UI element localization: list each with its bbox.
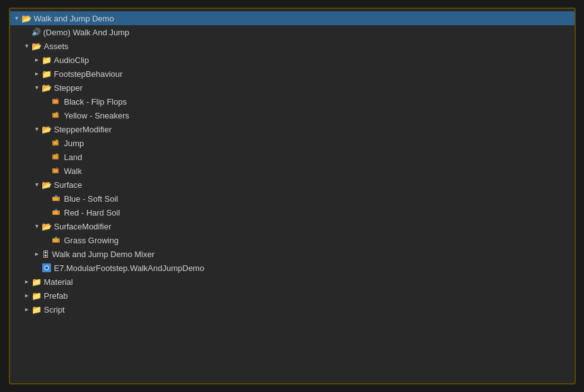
tree-item-grass-growing[interactable]: Grass Growing (10, 233, 575, 247)
tree-item-label: Walk and Jump Demo (34, 14, 114, 23)
arrow-down-icon[interactable] (13, 14, 21, 23)
tree-item-modular-footstep[interactable]: E7.ModularFootstep.WalkAndJumpDemo (10, 261, 575, 275)
scene-icon (42, 263, 52, 273)
folder-open-icon: 📂 (21, 14, 31, 23)
arrow-down-icon[interactable] (33, 222, 42, 231)
tree-item-label: Surface (54, 180, 83, 190)
tree-item-label: Assets (44, 42, 69, 51)
folder-open-icon: 📂 (42, 83, 52, 93)
arrow-right-icon[interactable] (23, 305, 31, 314)
arrow-right-icon[interactable] (33, 55, 42, 64)
tree-item-label: AudioClip (54, 55, 89, 65)
project-panel: 📂 Walk and Jump Demo 🔊 (Demo) Walk And J… (9, 8, 576, 384)
stepper-red-icon (52, 96, 62, 107)
folder-icon: 📁 (42, 55, 52, 65)
svg-rect-22 (53, 239, 58, 242)
tree-item-label: Grass Growing (64, 236, 119, 245)
tree-item-footstep[interactable]: 📁 FootstepBehaviour (10, 67, 575, 81)
surface-icon (52, 207, 62, 217)
stepper-yellow-icon (52, 110, 62, 120)
svg-rect-4 (54, 114, 57, 117)
tree-item-black-flip-flops[interactable]: Black - Flip Flops (10, 95, 575, 108)
svg-marker-11 (55, 153, 59, 155)
svg-marker-8 (55, 139, 59, 141)
tree-item-label: FootstepBehaviour (54, 69, 123, 79)
tree-item-label: Script (44, 305, 65, 314)
tree-item-stepper[interactable]: 📂 Stepper (10, 81, 575, 95)
arrow-right-icon[interactable] (33, 250, 42, 258)
tree-item-prefab[interactable]: 📁 Prefab (10, 289, 575, 303)
tree-item-jump[interactable]: Jump (10, 136, 575, 150)
tree-item-yellow-sneakers[interactable]: Yellow - Sneakers (10, 108, 575, 122)
folder-icon: 📁 (31, 277, 42, 287)
svg-rect-1 (54, 100, 57, 103)
arrow-down-icon[interactable] (33, 83, 42, 92)
tree-item-label: Blue - Soft Soil (64, 194, 118, 204)
tree-item-root[interactable]: 📂 Walk and Jump Demo (10, 11, 575, 25)
arrow-down-icon[interactable] (23, 42, 31, 50)
svg-marker-2 (55, 98, 59, 100)
tree-item-surface-modifier[interactable]: 📂 SurfaceModifier (10, 219, 575, 233)
svg-marker-5 (55, 112, 59, 113)
arrow-down-icon[interactable] (33, 180, 42, 189)
svg-marker-17 (54, 195, 58, 197)
tree-item-demo-scene[interactable]: 🔊 (Demo) Walk And Jump (10, 25, 575, 39)
tree-item-label: Red - Hard Soil (64, 208, 120, 217)
tree-item-audioclip[interactable]: 📁 AudioClip (10, 53, 575, 67)
speaker-icon: 🔊 (31, 28, 41, 37)
svg-point-26 (45, 267, 48, 269)
folder-icon: 📁 (31, 305, 42, 314)
tree-item-label: SurfaceModifier (54, 222, 112, 231)
stepper-yellow-icon (52, 138, 62, 148)
tree-item-material[interactable]: 📁 Material (10, 275, 575, 289)
arrow-right-icon[interactable] (23, 291, 31, 300)
arrow-right-icon[interactable] (33, 69, 42, 78)
svg-rect-19 (53, 211, 58, 214)
mixer-icon: 🎛 (42, 250, 50, 259)
folder-icon: 📁 (42, 69, 52, 79)
tree-item-label: E7.ModularFootstep.WalkAndJumpDemo (54, 263, 205, 273)
arrow-right-icon[interactable] (23, 277, 31, 286)
tree-item-label: Prefab (44, 291, 68, 301)
tree-item-stepper-modifier[interactable]: 📂 StepperModifier (10, 122, 575, 136)
svg-rect-13 (54, 170, 57, 172)
folder-open-icon: 📂 (31, 42, 42, 51)
tree-item-label: Material (44, 277, 73, 287)
tree-item-surface[interactable]: 📂 Surface (10, 178, 575, 192)
tree-item-label: Black - Flip Flops (64, 97, 127, 107)
grass-icon (52, 235, 62, 245)
tree-item-label: Walk (64, 166, 82, 176)
tree-item-walk[interactable]: Walk (10, 164, 575, 178)
tree-item-mixer[interactable]: 🎛 Walk and Jump Demo Mixer (10, 247, 575, 261)
svg-marker-23 (54, 236, 58, 238)
folder-icon: 📁 (31, 291, 42, 301)
stepper-red-icon (52, 166, 62, 176)
svg-rect-10 (54, 156, 57, 158)
svg-marker-20 (54, 209, 58, 210)
tree-item-blue-soft-soil[interactable]: Blue - Soft Soil (10, 192, 575, 205)
stepper-yellow-icon (52, 152, 62, 162)
arrow-down-icon[interactable] (33, 125, 42, 134)
svg-rect-7 (54, 142, 57, 144)
tree-item-script[interactable]: 📁 Script (10, 303, 575, 316)
tree-item-label: StepperModifier (54, 125, 112, 134)
tree-item-label: Yellow - Sneakers (64, 111, 130, 120)
tree-item-label: Walk and Jump Demo Mixer (52, 250, 155, 259)
tree-item-assets[interactable]: 📂 Assets (10, 39, 575, 53)
svg-rect-16 (53, 197, 58, 200)
tree-view[interactable]: 📂 Walk and Jump Demo 🔊 (Demo) Walk And J… (10, 9, 575, 383)
tree-item-red-hard-soil[interactable]: Red - Hard Soil (10, 205, 575, 219)
tree-item-label: Stepper (54, 83, 83, 93)
folder-open-icon: 📂 (42, 125, 52, 134)
folder-open-icon: 📂 (42, 180, 52, 190)
folder-open-icon: 📂 (42, 222, 52, 231)
tree-item-label: Jump (64, 139, 84, 148)
tree-item-label: (Demo) Walk And Jump (43, 28, 130, 37)
tree-item-land[interactable]: Land (10, 150, 575, 164)
surface-icon (52, 193, 62, 204)
svg-marker-14 (55, 167, 59, 169)
tree-item-label: Land (64, 153, 83, 162)
